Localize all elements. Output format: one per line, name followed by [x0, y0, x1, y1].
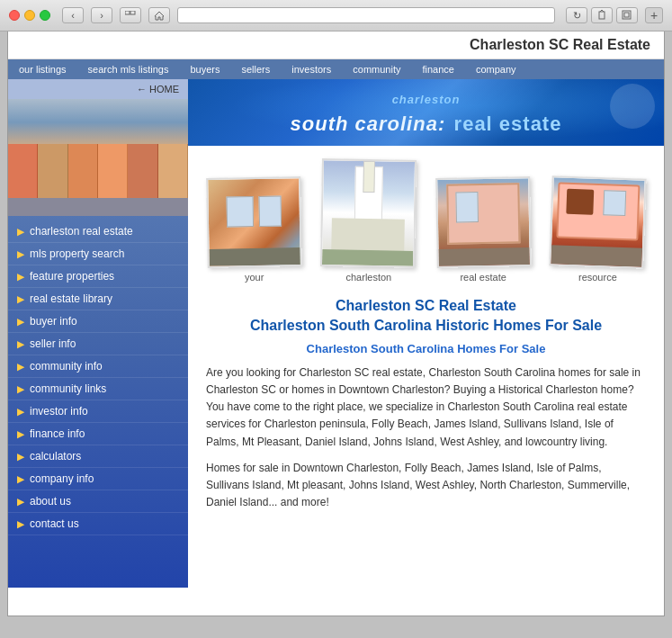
- sb-finance-info[interactable]: ▶ finance info: [8, 423, 188, 445]
- site-header: Charleston SC Real Estate: [8, 31, 664, 59]
- close-button[interactable]: [9, 10, 20, 21]
- home-link[interactable]: ← HOME: [8, 79, 188, 99]
- sb-label-charleston-real-estate: charleston real estate: [30, 225, 133, 238]
- sb-company-info[interactable]: ▶ company info: [8, 468, 188, 490]
- sb-label-about-us: about us: [30, 495, 71, 508]
- sb-label-finance-info: finance info: [30, 427, 85, 440]
- site-title: Charleston SC Real Estate: [470, 37, 650, 53]
- browser-chrome: ‹ › ↻ +: [0, 0, 672, 31]
- nav-our-listings[interactable]: our listings: [8, 59, 77, 79]
- home-browser-button[interactable]: [148, 7, 170, 23]
- body-text-1: Are you looking for Charleston SC real e…: [206, 364, 646, 451]
- sb-community-info[interactable]: ▶ community info: [8, 355, 188, 378]
- refresh-button[interactable]: ↻: [566, 7, 587, 23]
- back-button[interactable]: ‹: [62, 7, 84, 23]
- sb-calculators[interactable]: ▶ calculators: [8, 445, 188, 468]
- nav-sellers[interactable]: sellers: [230, 59, 281, 79]
- photo-item-4: resource: [551, 177, 645, 283]
- nav-investors[interactable]: investors: [281, 59, 342, 79]
- sb-about-us[interactable]: ▶ about us: [8, 490, 188, 513]
- arrow-icon-7: ▶: [17, 362, 24, 372]
- sb-mls-property-search[interactable]: ▶ mls property search: [8, 243, 188, 265]
- sb-seller-info[interactable]: ▶ seller info: [8, 333, 188, 355]
- arrow-icon-5: ▶: [17, 317, 24, 327]
- sb-label-community-links: community links: [30, 382, 106, 395]
- photo-item-2: charleston: [321, 159, 416, 283]
- arrow-icon-8: ▶: [17, 384, 24, 394]
- sb-label-seller-info: seller info: [30, 337, 76, 350]
- tab-view-button[interactable]: [120, 7, 141, 23]
- svg-rect-1: [130, 11, 135, 14]
- photo-box-2: [320, 158, 417, 268]
- hero-title-part1: south carolina:: [291, 112, 446, 135]
- heading-line-2: Charleston South Carolina Historic Homes…: [206, 316, 646, 336]
- hero-banner: charleston south carolina: real estate: [188, 79, 664, 146]
- sb-feature-properties[interactable]: ▶ feature properties: [8, 265, 188, 288]
- photo-caption-2: charleston: [321, 272, 416, 283]
- forward-button[interactable]: ›: [91, 7, 112, 23]
- sb-real-estate-library[interactable]: ▶ real estate library: [8, 288, 188, 310]
- sidebar-photo-bg: [8, 99, 188, 216]
- sb-charleston-real-estate[interactable]: ▶ charleston real estate: [8, 220, 188, 243]
- main-heading-1: Charleston SC Real Estate Charleston Sou…: [206, 296, 646, 337]
- url-bar[interactable]: [177, 7, 555, 23]
- sidebar-nav: ▶ charleston real estate ▶ mls property …: [8, 216, 188, 540]
- traffic-lights: [9, 10, 50, 21]
- svg-rect-5: [624, 13, 629, 17]
- photo-box-1: [206, 176, 302, 268]
- sidebar: ← HOME: [8, 79, 188, 588]
- new-tab-button[interactable]: [616, 7, 638, 23]
- body-text-2: Homes for sale in Downtown Charleston, F…: [206, 460, 646, 512]
- sb-label-company-info: company info: [30, 472, 94, 485]
- arrow-icon-9: ▶: [17, 407, 24, 417]
- sb-contact-us[interactable]: ▶ contact us: [8, 513, 188, 535]
- sb-community-links[interactable]: ▶ community links: [8, 378, 188, 400]
- sb-label-calculators: calculators: [30, 450, 81, 463]
- photo-sim-1: [208, 178, 300, 266]
- page-wrapper: Charleston SC Real Estate our listings s…: [7, 31, 665, 616]
- minimize-button[interactable]: [24, 10, 35, 21]
- arrow-icon-1: ▶: [17, 227, 24, 237]
- photo-caption-3: real estate: [436, 272, 531, 283]
- photo-box-4: [549, 175, 646, 269]
- svg-rect-3: [599, 12, 605, 19]
- sb-label-investor-info: investor info: [30, 405, 88, 418]
- photo-sim-4: [551, 177, 644, 266]
- arrow-icon-12: ▶: [17, 474, 24, 484]
- photo-item-3: real estate: [436, 177, 531, 283]
- nav-bar: our listings search mls listings buyers …: [8, 59, 664, 79]
- sb-buyer-info[interactable]: ▶ buyer info: [8, 310, 188, 333]
- sb-label-mls-property-search: mls property search: [30, 247, 124, 260]
- sidebar-photo: [8, 99, 188, 216]
- arrow-icon-2: ▶: [17, 249, 24, 259]
- sb-investor-info[interactable]: ▶ investor info: [8, 400, 188, 423]
- arrow-icon-14: ▶: [17, 519, 24, 529]
- content-area[interactable]: charleston south carolina: real estate: [188, 79, 664, 588]
- sb-label-real-estate-library: real estate library: [30, 292, 112, 305]
- hero-title: south carolina: real estate: [206, 106, 646, 137]
- photo-sim-2: [322, 160, 415, 266]
- share-button[interactable]: [591, 7, 613, 23]
- sb-label-buyer-info: buyer info: [30, 315, 77, 328]
- photo-sim-3: [437, 178, 530, 266]
- photo-box-3: [435, 176, 532, 268]
- photos-strip: your charleston: [188, 146, 664, 287]
- add-tab-button[interactable]: +: [645, 7, 663, 23]
- sb-label-contact-us: contact us: [30, 517, 79, 530]
- nav-buyers[interactable]: buyers: [179, 59, 230, 79]
- nav-finance[interactable]: finance: [411, 59, 464, 79]
- nav-community[interactable]: community: [342, 59, 411, 79]
- heading-line-1: Charleston SC Real Estate: [206, 296, 646, 316]
- arrow-icon-4: ▶: [17, 294, 24, 304]
- arrow-icon-11: ▶: [17, 452, 24, 462]
- nav-search-mls[interactable]: search mls listings: [77, 59, 180, 79]
- hero-title-part2: real estate: [454, 112, 562, 135]
- maximize-button[interactable]: [40, 10, 50, 21]
- arrow-icon-3: ▶: [17, 272, 24, 282]
- nav-company[interactable]: company: [465, 59, 527, 79]
- sb-label-feature-properties: feature properties: [30, 270, 114, 283]
- photo-item-1: your: [207, 177, 301, 283]
- svg-marker-2: [155, 12, 164, 20]
- arrow-icon-10: ▶: [17, 429, 24, 439]
- svg-rect-0: [125, 11, 130, 14]
